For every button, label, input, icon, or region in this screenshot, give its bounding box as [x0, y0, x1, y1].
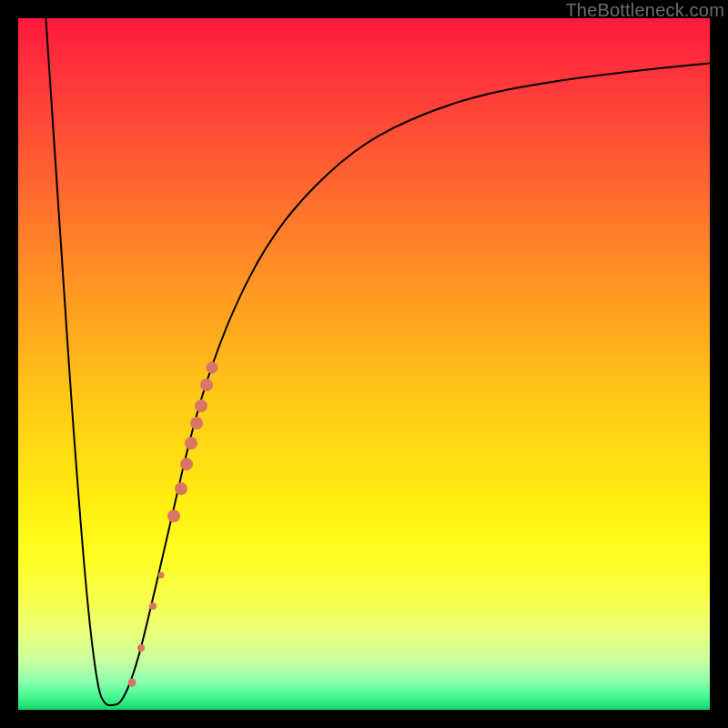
data-dot — [200, 379, 213, 391]
data-dot — [206, 361, 217, 373]
chart-frame: TheBottleneck.com — [0, 0, 728, 728]
data-dot — [137, 644, 145, 652]
data-dot — [149, 602, 157, 610]
data-dot — [180, 458, 193, 470]
data-dot — [167, 510, 180, 522]
data-dot — [157, 571, 164, 578]
data-dot — [185, 437, 197, 450]
curve-path — [46, 18, 710, 705]
watermark-text: TheBottleneck.com — [565, 0, 724, 21]
data-dot — [190, 417, 203, 430]
plot-area — [18, 18, 710, 710]
bottleneck-curve — [18, 18, 710, 710]
data-dot — [175, 482, 187, 495]
data-dot — [128, 678, 136, 686]
data-dot — [195, 399, 207, 412]
